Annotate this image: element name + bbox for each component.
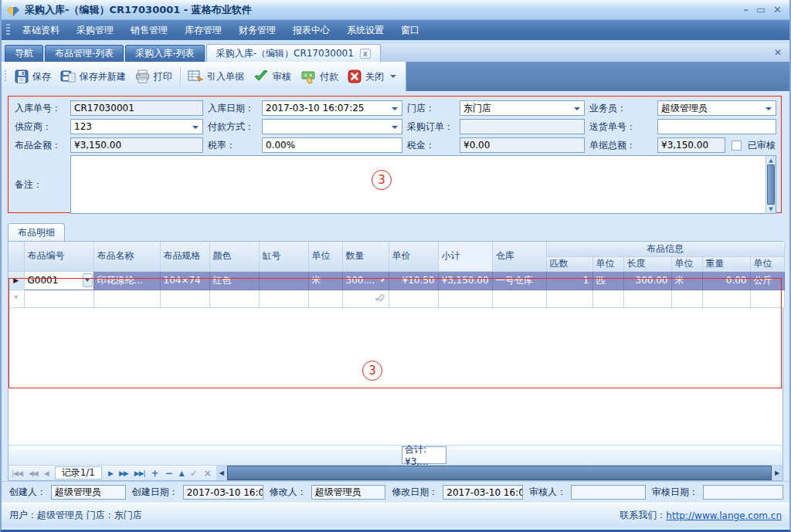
cell-code-editor[interactable]: G0001 [24, 271, 93, 290]
col-header-length[interactable]: 长度 [623, 256, 671, 271]
nav-first-icon[interactable]: |◀◀ [12, 469, 22, 477]
scroll-thumb[interactable] [227, 466, 772, 480]
cell-warehouse[interactable]: 一号仓库 [492, 271, 546, 290]
tab-fabric-detail[interactable]: 布品明细 [8, 223, 65, 241]
nav-edit-icon[interactable]: ▲ [179, 469, 184, 477]
col-header-subtotal[interactable]: 小计 [438, 242, 492, 271]
col-header-name[interactable]: 布品名称 [93, 242, 160, 271]
save-and-new-button[interactable]: 保存并新建 [56, 66, 131, 86]
chevron-down-icon[interactable] [574, 107, 580, 110]
pay-button[interactable]: 付款 [296, 66, 343, 87]
pencil-icon[interactable] [379, 276, 385, 286]
clerk-field[interactable]: 超级管理员 [657, 100, 776, 116]
menu-purchase[interactable]: 采购管理 [68, 21, 122, 40]
cell-weight[interactable]: 0.00 [702, 271, 750, 290]
cell-unit[interactable]: 米 [308, 271, 342, 290]
col-header-unit[interactable]: 单位 [308, 242, 342, 271]
group-header-fabric-info[interactable]: 布品信息 [546, 242, 784, 256]
menu-inventory[interactable]: 库存管理 [176, 21, 230, 40]
nav-prev-icon[interactable]: ◀ [44, 469, 49, 477]
cell-color[interactable]: 红色 [209, 271, 259, 290]
contact-link[interactable]: http://www.lange.com.cn [666, 510, 782, 521]
chevron-down-icon[interactable] [192, 126, 199, 129]
chevron-down-icon[interactable] [392, 107, 398, 110]
save-button[interactable]: 保存 [10, 66, 56, 86]
col-header-vat[interactable]: 缸号 [259, 242, 308, 271]
col-header-weight[interactable]: 重量 [702, 256, 750, 271]
close-window-button[interactable]: ✕ [773, 5, 782, 15]
pencil-icon[interactable] [375, 293, 385, 303]
import-document-button[interactable]: 引入单据 [183, 66, 249, 87]
menu-reports[interactable]: 报表中心 [284, 21, 338, 40]
cell-price[interactable]: ¥10.50 [389, 271, 438, 290]
menu-finance[interactable]: 财务管理 [230, 21, 284, 40]
nav-delete-icon[interactable]: − [165, 468, 173, 479]
audited-checkbox[interactable] [732, 141, 742, 151]
pay-method-field[interactable] [262, 119, 402, 134]
tab-navigation[interactable]: 导航 [5, 45, 43, 62]
col-header-pieces-unit[interactable]: 单位 [592, 256, 623, 271]
chevron-down-icon[interactable] [392, 126, 398, 129]
cell-subtotal[interactable]: ¥3,150.00 [438, 271, 492, 290]
chevron-down-icon[interactable] [766, 107, 772, 110]
tax-rate-field[interactable]: 0.00% [262, 137, 402, 153]
scroll-right-icon[interactable]: ▶ [772, 466, 783, 480]
scroll-up-icon[interactable]: ▲ [766, 156, 776, 164]
col-header-spec[interactable]: 布品规格 [160, 242, 209, 271]
print-button[interactable]: 打印 [131, 66, 177, 86]
tab-purchase-in-edit[interactable]: 采购入库-（编辑）CR17030001 x [206, 44, 381, 62]
close-dropdown-icon[interactable] [390, 75, 396, 78]
tabstrip-close-icon[interactable]: ✕ [774, 47, 782, 58]
menu-sales[interactable]: 销售管理 [122, 21, 176, 40]
delivery-no-field[interactable] [657, 119, 776, 134]
col-header-weight-unit[interactable]: 单位 [750, 256, 784, 271]
cell-vat[interactable] [259, 271, 308, 290]
nav-next-icon[interactable]: ▶ [108, 469, 113, 477]
col-header-pieces[interactable]: 匹数 [546, 256, 592, 271]
nav-post-icon[interactable]: ✓ [190, 468, 198, 479]
cell-spec[interactable]: 104×74 [160, 271, 209, 290]
col-header-color[interactable]: 颜色 [209, 242, 259, 271]
chevron-down-icon[interactable] [83, 273, 93, 287]
col-header-warehouse[interactable]: 仓库 [492, 242, 546, 271]
cell-length-unit[interactable]: 米 [671, 271, 702, 290]
scroll-left-icon[interactable]: ◀ [216, 466, 227, 480]
table-row-selected[interactable]: ▶ G0001 印花涤纶... 104×74 红色 米 300.... ¥10.… [8, 271, 784, 290]
store-field[interactable]: 东门店 [460, 100, 585, 116]
nav-add-icon[interactable]: + [151, 468, 159, 479]
nav-prev-page-icon[interactable]: ◀◀ [29, 469, 38, 477]
cell-name[interactable]: 印花涤纶... [93, 271, 160, 290]
menu-window[interactable]: 窗口 [392, 21, 428, 40]
horizontal-scrollbar[interactable]: ◀ ▶ [216, 466, 783, 480]
maximize-button[interactable]: ▭ [756, 5, 766, 15]
audit-button[interactable]: 审核 [249, 66, 296, 86]
remark-textarea[interactable]: ▲ ▼ [70, 155, 776, 214]
nav-cancel-icon[interactable]: × [204, 468, 212, 479]
tab-fabric-list[interactable]: 布品管理-列表 [45, 45, 124, 62]
menu-system[interactable]: 系统设置 [338, 21, 392, 40]
tab-close-icon[interactable]: x [360, 49, 371, 59]
minimize-button[interactable]: – [743, 5, 749, 15]
remark-scrollbar[interactable]: ▲ ▼ [766, 156, 776, 213]
col-header-code[interactable]: 布品编号 [24, 242, 93, 271]
cell-pieces-unit[interactable]: 匹 [592, 271, 623, 290]
tab-purchase-in-list[interactable]: 采购入库-列表 [125, 45, 204, 62]
close-doc-button[interactable]: 关闭 [343, 66, 401, 86]
new-cell-qty[interactable] [342, 290, 389, 307]
supplier-field[interactable]: 123 [70, 119, 203, 134]
nav-last-icon[interactable]: ▶▶| [134, 469, 145, 477]
status-bar: 用户：超级管理员 门店：东门店 联系我们： http://www.lange.c… [2, 503, 789, 527]
cell-qty[interactable]: 300.... [342, 271, 389, 290]
cell-length[interactable]: 300.00 [623, 271, 671, 290]
nav-next-page-icon[interactable]: ▶▶ [119, 469, 128, 477]
col-header-price[interactable]: 单价 [389, 242, 438, 271]
date-field[interactable]: 2017-03-10 16:07:25 [262, 100, 402, 116]
table-row-new[interactable]: * [8, 290, 784, 307]
scroll-down-icon[interactable]: ▼ [766, 205, 776, 213]
col-header-qty[interactable]: 数量 [342, 242, 389, 271]
menu-basic-data[interactable]: 基础资料 [14, 21, 68, 40]
cell-weight-unit[interactable]: 公斤 [750, 271, 784, 290]
scroll-thumb[interactable] [767, 164, 775, 205]
col-header-length-unit[interactable]: 单位 [671, 256, 702, 271]
cell-pieces[interactable]: 1 [546, 271, 592, 290]
